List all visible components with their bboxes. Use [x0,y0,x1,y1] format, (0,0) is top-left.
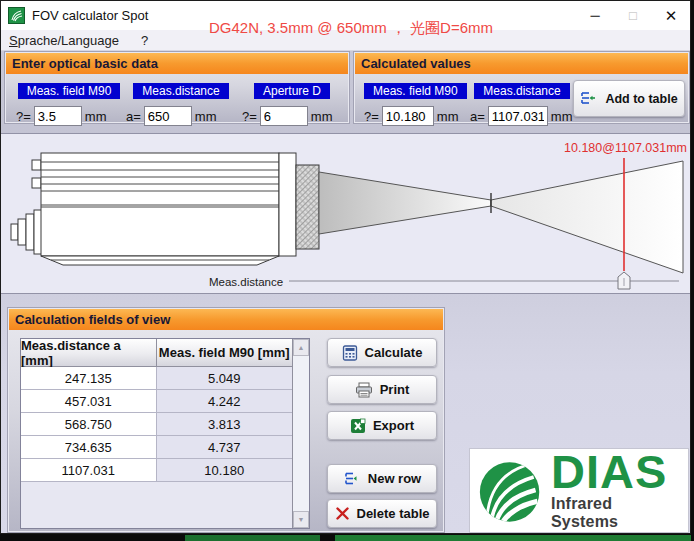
app-logo-icon [8,7,25,24]
a-prefix: a= [470,109,485,124]
cell-field[interactable]: 3.813 [157,413,293,436]
fov-diagram-drawing: 10.180@1107.031mm Meas.distance [1,134,688,293]
aperture-label: Aperture D [254,83,330,99]
new-row-button[interactable]: New row [327,464,437,493]
cell-field[interactable]: 10.180 [157,459,293,482]
fov-diagram: 10.180@1107.031mm Meas.distance [1,133,690,294]
cell-distance[interactable]: 568.750 [21,413,157,436]
window-title: FOV calculator Spot [32,8,148,23]
calc-meas-distance-label: Meas.distance [474,83,569,99]
menu-language[interactable]: Sprache/Language [9,33,119,48]
calculated-values-group: Calculated values Meas. field M90 ?= mm … [354,52,689,123]
calc-meas-field-value[interactable] [382,106,434,126]
meas-distance-input-group: Meas.distance a= mm [126,81,236,126]
table-row: 247.135 5.049 [21,367,292,390]
enter-data-header: Enter optical basic data [6,53,348,74]
table-scrollbar[interactable]: ▲ ▼ [292,339,309,528]
cell-distance[interactable]: 457.031 [21,390,157,413]
camera-drawing [11,153,319,265]
add-row-icon [580,91,598,107]
menu-help[interactable]: ? [141,33,148,48]
cell-distance[interactable]: 1107.031 [21,459,157,482]
maximize-button[interactable]: □ [614,1,652,30]
dias-globe-icon [478,456,543,526]
enter-data-group: Enter optical basic data Meas. field M90… [5,52,349,123]
beam-cone-diverging [491,161,683,273]
table-header-row: Meas.distance a [mm] Meas. field M90 [mm… [21,339,292,367]
scroll-down-icon[interactable]: ▼ [293,511,309,528]
measurement-marker-label: 10.180@1107.031mm [564,141,687,155]
cell-distance[interactable]: 734.635 [21,436,157,459]
table-row: 568.750 3.813 [21,413,292,436]
calculated-values-header: Calculated values [355,53,688,74]
cell-field[interactable]: 4.242 [157,390,293,413]
unit-label: mm [85,109,107,124]
calculation-table-group: Calculation fields of view Meas.distance… [8,308,444,532]
beam-cone-converging [319,172,491,234]
calculation-table-header: Calculation fields of view [9,309,443,330]
delete-table-label: Delete table [357,506,430,521]
calc-meas-field-group: Meas. field M90 ?= mm [364,81,466,126]
calculate-label: Calculate [365,345,423,360]
app-window: FOV calculator Spot ─ □ ✕ Sprache/Langua… [0,0,691,534]
unit-label: mm [195,109,217,124]
aperture-input[interactable] [260,106,308,126]
col-header-distance: Meas.distance a [mm] [21,339,157,367]
calc-meas-distance-group: Meas.distance a= mm [470,81,574,126]
printer-icon [355,382,373,398]
col-header-field: Meas. field M90 [mm] [157,339,293,367]
print-button[interactable]: Print [327,375,437,404]
unit-label: mm [437,109,459,124]
calc-meas-field-label: Meas. field M90 [364,83,467,99]
minimize-button[interactable]: ─ [576,1,614,30]
calculator-icon [342,345,358,361]
unit-label: mm [551,109,573,124]
delete-x-icon [335,506,350,521]
table-row: 457.031 4.242 [21,390,292,413]
export-button[interactable]: Export [327,411,437,440]
dias-brand-text: DIAS [551,450,682,494]
meas-field-m90-label: Meas. field M90 [18,83,121,99]
add-to-table-label: Add to table [605,92,677,106]
aperture-input-group: Aperture D ?= mm [242,81,342,126]
dias-logo: DIAS Infrared Systems [469,448,689,533]
slider-label: Meas.distance [209,276,283,288]
cell-distance[interactable]: 247.135 [21,367,157,390]
scroll-up-icon[interactable]: ▲ [293,339,309,356]
background-window-strip [0,535,694,541]
table-row: 734.635 4.737 [21,436,292,459]
dias-subtitle-text: Infrared Systems [551,495,682,531]
print-label: Print [380,382,410,397]
add-to-table-button[interactable]: Add to table [573,80,685,117]
screen: FOV calculator Spot ─ □ ✕ Sprache/Langua… [0,0,694,541]
meas-distance-input[interactable] [144,106,192,126]
lens-annotation: DG42N, 3.5mm @ 650mm ， 光圈D=6mm [209,19,493,38]
cell-field[interactable]: 4.737 [157,436,293,459]
meas-distance-label: Meas.distance [133,83,228,99]
calc-meas-distance-value[interactable] [488,106,548,126]
export-excel-icon [350,418,366,434]
diameter-prefix: ?= [364,109,379,124]
unit-label: mm [311,109,333,124]
meas-field-m90-input-group: Meas. field M90 ?= mm [16,81,122,126]
cell-field[interactable]: 5.049 [157,367,293,390]
calculate-button[interactable]: Calculate [327,338,437,367]
close-button[interactable]: ✕ [652,1,690,30]
meas-field-m90-input[interactable] [34,106,82,126]
export-label: Export [373,418,414,433]
diameter-prefix: ?= [242,109,257,124]
delete-table-button[interactable]: Delete table [327,499,437,528]
a-prefix: a= [126,109,141,124]
new-row-label: New row [368,471,421,486]
table-row: 1107.031 10.180 [21,459,292,482]
new-row-icon [343,471,361,487]
diameter-prefix: ?= [16,109,31,124]
fov-table: Meas.distance a [mm] Meas. field M90 [mm… [20,338,310,529]
window-controls: ─ □ ✕ [576,1,690,30]
